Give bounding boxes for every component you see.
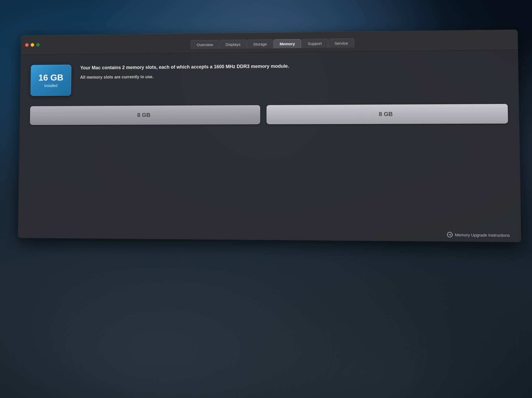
tabs-container: Overview Displays Storage Memory Support… <box>42 33 513 51</box>
minimize-button[interactable] <box>31 43 34 47</box>
main-row: 16 GB Installed Your Mac contains 2 memo… <box>30 61 508 96</box>
footer-row: ➜ Memory Upgrade Instructions <box>28 224 510 238</box>
memory-slot-2[interactable]: 8 GB <box>267 104 508 124</box>
tab-overview[interactable]: Overview <box>191 40 219 49</box>
tab-memory[interactable]: Memory <box>274 39 301 48</box>
memory-description-sub: All memory slots are currently in use. <box>80 72 507 80</box>
memory-upgrade-link[interactable]: ➜ Memory Upgrade Instructions <box>447 232 510 238</box>
traffic-lights <box>25 43 40 47</box>
description-container: Your Mac contains 2 memory slots, each o… <box>80 61 508 95</box>
memory-slots-row: 8 GB 8 GB <box>30 104 508 125</box>
content-area: 16 GB Installed Your Mac contains 2 memo… <box>18 50 521 242</box>
maximize-button[interactable] <box>36 43 40 47</box>
memory-description-main: Your Mac contains 2 memory slots, each o… <box>80 61 507 72</box>
tab-storage[interactable]: Storage <box>247 39 273 49</box>
about-this-mac-window: Overview Displays Storage Memory Support… <box>18 30 521 242</box>
tab-displays[interactable]: Displays <box>219 40 246 49</box>
memory-slot-1[interactable]: 8 GB <box>30 105 260 125</box>
tab-support[interactable]: Support <box>302 39 328 48</box>
memory-installed-label: Installed <box>44 83 57 88</box>
tab-service[interactable]: Service <box>329 39 354 48</box>
close-button[interactable] <box>25 43 28 47</box>
memory-amount-text: 16 GB <box>38 73 63 83</box>
upgrade-link-text: Memory Upgrade Instructions <box>455 232 510 237</box>
memory-badge: 16 GB Installed <box>30 65 71 96</box>
arrow-circle-icon: ➜ <box>447 232 453 237</box>
